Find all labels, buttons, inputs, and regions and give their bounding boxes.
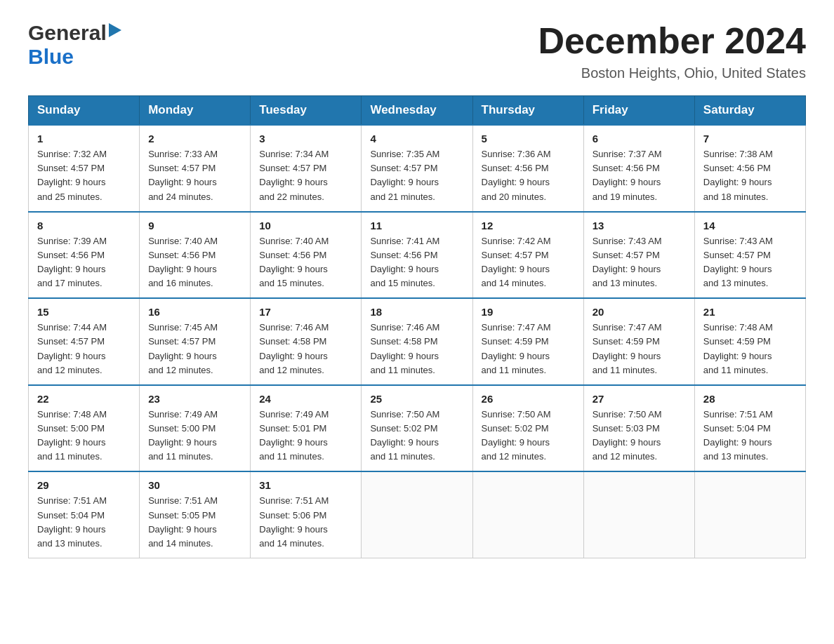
day-info: Sunrise: 7:39 AMSunset: 4:56 PMDaylight:…	[37, 236, 107, 288]
day-number: 22	[37, 393, 131, 405]
calendar-cell: 27Sunrise: 7:50 AMSunset: 5:03 PMDayligh…	[583, 385, 694, 472]
calendar-cell: 1Sunrise: 7:32 AMSunset: 4:57 PMDaylight…	[29, 125, 140, 212]
day-info: Sunrise: 7:32 AMSunset: 4:57 PMDaylight:…	[37, 149, 107, 201]
calendar-week-row: 1Sunrise: 7:32 AMSunset: 4:57 PMDaylight…	[29, 125, 806, 212]
day-number: 16	[148, 306, 241, 318]
day-number: 2	[148, 133, 241, 145]
day-info: Sunrise: 7:51 AMSunset: 5:05 PMDaylight:…	[148, 495, 218, 548]
month-title: December 2024	[538, 21, 806, 61]
day-number: 29	[37, 479, 131, 491]
day-number: 23	[148, 393, 241, 405]
day-info: Sunrise: 7:47 AMSunset: 4:59 PMDaylight:…	[593, 322, 662, 375]
day-info: Sunrise: 7:47 AMSunset: 4:59 PMDaylight:…	[482, 322, 551, 375]
calendar-table: SundayMondayTuesdayWednesdayThursdayFrid…	[28, 95, 806, 558]
calendar-cell: 5Sunrise: 7:36 AMSunset: 4:56 PMDaylight…	[472, 125, 583, 212]
day-number: 11	[370, 220, 463, 232]
day-number: 28	[703, 393, 797, 405]
day-number: 17	[259, 306, 352, 318]
day-number: 6	[593, 133, 686, 145]
day-number: 26	[482, 393, 575, 405]
calendar-cell: 13Sunrise: 7:43 AMSunset: 4:57 PMDayligh…	[583, 212, 694, 299]
calendar-cell: 29Sunrise: 7:51 AMSunset: 5:04 PMDayligh…	[29, 471, 140, 558]
day-number: 5	[482, 133, 575, 145]
calendar-week-row: 15Sunrise: 7:44 AMSunset: 4:57 PMDayligh…	[29, 298, 806, 385]
calendar-cell: 30Sunrise: 7:51 AMSunset: 5:05 PMDayligh…	[140, 471, 251, 558]
logo: General Blue	[28, 21, 121, 69]
day-info: Sunrise: 7:51 AMSunset: 5:06 PMDaylight:…	[259, 495, 329, 548]
calendar-cell: 7Sunrise: 7:38 AMSunset: 4:56 PMDaylight…	[694, 125, 805, 212]
day-info: Sunrise: 7:36 AMSunset: 4:56 PMDaylight:…	[482, 149, 551, 201]
day-number: 31	[259, 479, 352, 491]
day-info: Sunrise: 7:43 AMSunset: 4:57 PMDaylight:…	[593, 236, 662, 288]
day-info: Sunrise: 7:50 AMSunset: 5:03 PMDaylight:…	[593, 409, 662, 462]
calendar-cell	[362, 471, 472, 558]
page-header: General Blue December 2024 Boston Height…	[28, 21, 806, 81]
calendar-week-row: 29Sunrise: 7:51 AMSunset: 5:04 PMDayligh…	[29, 471, 806, 558]
weekday-header-sunday: Sunday	[29, 96, 140, 126]
calendar-cell: 17Sunrise: 7:46 AMSunset: 4:58 PMDayligh…	[251, 298, 362, 385]
calendar-cell: 21Sunrise: 7:48 AMSunset: 4:59 PMDayligh…	[694, 298, 805, 385]
day-number: 9	[148, 220, 241, 232]
day-number: 13	[593, 220, 686, 232]
day-info: Sunrise: 7:48 AMSunset: 4:59 PMDaylight:…	[703, 322, 773, 375]
day-number: 20	[593, 306, 686, 318]
day-number: 10	[259, 220, 352, 232]
weekday-header-row: SundayMondayTuesdayWednesdayThursdayFrid…	[29, 96, 806, 126]
day-info: Sunrise: 7:49 AMSunset: 5:00 PMDaylight:…	[148, 409, 218, 462]
calendar-cell: 4Sunrise: 7:35 AMSunset: 4:57 PMDaylight…	[362, 125, 472, 212]
logo-arrow-icon	[109, 23, 121, 40]
day-info: Sunrise: 7:37 AMSunset: 4:56 PMDaylight:…	[593, 149, 662, 201]
day-number: 19	[482, 306, 575, 318]
calendar-cell	[694, 471, 805, 558]
day-info: Sunrise: 7:46 AMSunset: 4:58 PMDaylight:…	[259, 322, 329, 375]
calendar-cell: 12Sunrise: 7:42 AMSunset: 4:57 PMDayligh…	[472, 212, 583, 299]
calendar-cell: 3Sunrise: 7:34 AMSunset: 4:57 PMDaylight…	[251, 125, 362, 212]
calendar-cell: 16Sunrise: 7:45 AMSunset: 4:57 PMDayligh…	[140, 298, 251, 385]
calendar-cell	[472, 471, 583, 558]
day-number: 21	[703, 306, 797, 318]
day-number: 12	[482, 220, 575, 232]
day-info: Sunrise: 7:33 AMSunset: 4:57 PMDaylight:…	[148, 149, 218, 201]
weekday-header-wednesday: Wednesday	[362, 96, 472, 126]
day-number: 14	[703, 220, 797, 232]
day-info: Sunrise: 7:50 AMSunset: 5:02 PMDaylight:…	[370, 409, 439, 462]
day-number: 4	[370, 133, 463, 145]
day-info: Sunrise: 7:42 AMSunset: 4:57 PMDaylight:…	[482, 236, 551, 288]
day-info: Sunrise: 7:38 AMSunset: 4:56 PMDaylight:…	[703, 149, 773, 201]
day-info: Sunrise: 7:40 AMSunset: 4:56 PMDaylight:…	[148, 236, 218, 288]
title-section: December 2024 Boston Heights, Ohio, Unit…	[538, 21, 806, 81]
day-number: 27	[593, 393, 686, 405]
day-info: Sunrise: 7:49 AMSunset: 5:01 PMDaylight:…	[259, 409, 329, 462]
calendar-cell: 10Sunrise: 7:40 AMSunset: 4:56 PMDayligh…	[251, 212, 362, 299]
weekday-header-tuesday: Tuesday	[251, 96, 362, 126]
calendar-cell: 8Sunrise: 7:39 AMSunset: 4:56 PMDaylight…	[29, 212, 140, 299]
day-number: 25	[370, 393, 463, 405]
day-info: Sunrise: 7:48 AMSunset: 5:00 PMDaylight:…	[37, 409, 107, 462]
day-number: 15	[37, 306, 131, 318]
svg-marker-0	[109, 23, 121, 37]
calendar-cell: 22Sunrise: 7:48 AMSunset: 5:00 PMDayligh…	[29, 385, 140, 472]
day-number: 7	[703, 133, 797, 145]
day-info: Sunrise: 7:41 AMSunset: 4:56 PMDaylight:…	[370, 236, 439, 288]
weekday-header-friday: Friday	[583, 96, 694, 126]
calendar-cell: 15Sunrise: 7:44 AMSunset: 4:57 PMDayligh…	[29, 298, 140, 385]
day-number: 18	[370, 306, 463, 318]
day-number: 8	[37, 220, 131, 232]
calendar-cell: 6Sunrise: 7:37 AMSunset: 4:56 PMDaylight…	[583, 125, 694, 212]
calendar-week-row: 22Sunrise: 7:48 AMSunset: 5:00 PMDayligh…	[29, 385, 806, 472]
logo-general-text: General	[28, 21, 107, 45]
calendar-cell: 26Sunrise: 7:50 AMSunset: 5:02 PMDayligh…	[472, 385, 583, 472]
weekday-header-monday: Monday	[140, 96, 251, 126]
calendar-cell: 9Sunrise: 7:40 AMSunset: 4:56 PMDaylight…	[140, 212, 251, 299]
day-info: Sunrise: 7:51 AMSunset: 5:04 PMDaylight:…	[703, 409, 773, 462]
logo-blue-text: Blue	[28, 45, 74, 68]
day-info: Sunrise: 7:40 AMSunset: 4:56 PMDaylight:…	[259, 236, 329, 288]
calendar-cell: 25Sunrise: 7:50 AMSunset: 5:02 PMDayligh…	[362, 385, 472, 472]
day-info: Sunrise: 7:51 AMSunset: 5:04 PMDaylight:…	[37, 495, 107, 548]
day-info: Sunrise: 7:35 AMSunset: 4:57 PMDaylight:…	[370, 149, 439, 201]
day-info: Sunrise: 7:46 AMSunset: 4:58 PMDaylight:…	[370, 322, 439, 375]
weekday-header-saturday: Saturday	[694, 96, 805, 126]
calendar-cell	[583, 471, 694, 558]
weekday-header-thursday: Thursday	[472, 96, 583, 126]
day-number: 3	[259, 133, 352, 145]
